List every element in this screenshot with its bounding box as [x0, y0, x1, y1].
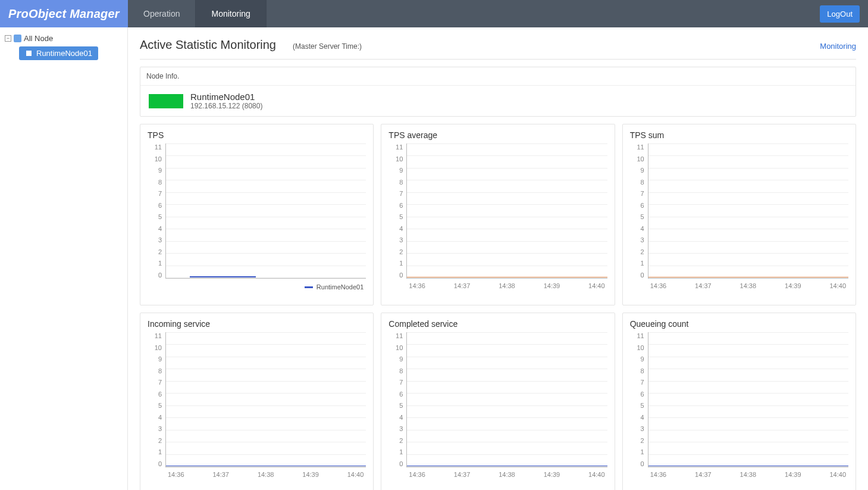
chart-area: 1110987654321014:3614:3714:3814:3914:40 [388, 332, 607, 478]
chart-panel: TPS sum1110987654321014:3614:3714:3814:3… [622, 124, 856, 305]
chart-series-line [648, 277, 848, 277]
chart-area: 11109876543210RuntimeNode01 [148, 143, 366, 289]
chart-title: TPS average [388, 130, 607, 140]
chart-series-line [407, 466, 607, 466]
node-info-header: Node Info. [140, 67, 856, 86]
chart-x-axis: 14:3614:3714:3814:3914:40 [406, 282, 607, 289]
main-content: Active Statistic Monitoring (Master Serv… [128, 27, 868, 490]
chart-series-line [166, 466, 366, 466]
chart-y-axis: 11109876543210 [388, 332, 406, 478]
chart-title: Queueing count [630, 319, 848, 329]
logout-button[interactable]: LogOut [820, 5, 860, 23]
chart-series-line [190, 276, 256, 277]
chart-title: Incoming service [148, 319, 366, 329]
top-bar: ProObject Manager Operation Monitoring L… [0, 0, 868, 27]
tree-root-label: All Node [24, 34, 53, 43]
chart-title: TPS [148, 130, 366, 140]
chart-y-axis: 11109876543210 [388, 143, 406, 289]
chart-panel: Incoming service1110987654321014:3614:37… [140, 313, 374, 490]
chart-y-axis: 11109876543210 [630, 143, 648, 289]
chart-panel: TPS11109876543210RuntimeNode01 [140, 124, 374, 305]
chart-y-axis: 11109876543210 [148, 332, 165, 478]
node-status-indicator [149, 94, 183, 108]
chart-series-line [648, 466, 848, 466]
tree-node-label: RuntimeNode01 [36, 49, 92, 58]
node-address: 192.168.15.122 (8080) [190, 102, 262, 110]
tree-root-all-node[interactable]: − All Node [4, 32, 124, 45]
node-status-icon [25, 49, 33, 57]
tab-operation[interactable]: Operation [128, 0, 196, 27]
chart-plot [165, 143, 366, 279]
chart-title: TPS sum [630, 130, 848, 140]
chart-series-line [407, 277, 607, 277]
page-title: Active Statistic Monitoring [140, 38, 276, 52]
chart-x-axis: 14:3614:3714:3814:3914:40 [165, 471, 366, 478]
node-status-icon [14, 35, 21, 42]
chart-panel: Queueing count1110987654321014:3614:3714… [622, 313, 856, 490]
chart-plot [648, 143, 848, 279]
chart-plot [165, 332, 366, 467]
tree-node-runtimenode01[interactable]: RuntimeNode01 [19, 46, 98, 60]
chart-x-axis: 14:3614:3714:3814:3914:40 [648, 282, 848, 289]
chart-area: 1110987654321014:3614:3714:3814:3914:40 [388, 143, 607, 289]
node-tree-sidebar: − All Node RuntimeNode01 [0, 27, 128, 490]
tree-collapse-icon[interactable]: − [5, 35, 11, 42]
chart-panel: Completed service1110987654321014:3614:3… [381, 313, 615, 490]
chart-plot [406, 143, 607, 279]
node-name: RuntimeNode01 [190, 92, 262, 102]
chart-x-axis: 14:3614:3714:3814:3914:40 [406, 471, 607, 478]
breadcrumb-monitoring[interactable]: Monitoring [820, 42, 856, 51]
master-server-time: (Master Server Time:) [293, 42, 362, 51]
chart-area: 1110987654321014:3614:3714:3814:3914:40 [148, 332, 366, 478]
chart-grid: TPS11109876543210RuntimeNode01TPS averag… [140, 124, 856, 490]
chart-area: 1110987654321014:3614:3714:3814:3914:40 [630, 332, 848, 478]
chart-title: Completed service [388, 319, 607, 329]
chart-legend: RuntimeNode01 [305, 283, 364, 291]
main-tabs: Operation Monitoring [128, 0, 267, 27]
chart-area: 1110987654321014:3614:3714:3814:3914:40 [630, 143, 848, 289]
node-info-panel: Node Info. RuntimeNode01 192.168.15.122 … [140, 67, 856, 117]
chart-panel: TPS average1110987654321014:3614:3714:38… [381, 124, 615, 305]
chart-plot [648, 332, 848, 467]
chart-y-axis: 11109876543210 [148, 143, 165, 289]
legend-swatch [305, 286, 313, 288]
chart-y-axis: 11109876543210 [630, 332, 648, 478]
chart-plot [406, 332, 607, 467]
legend-label: RuntimeNode01 [317, 283, 364, 291]
page-header: Active Statistic Monitoring (Master Serv… [140, 38, 856, 60]
chart-x-axis: 14:3614:3714:3814:3914:40 [648, 471, 848, 478]
brand-logo: ProObject Manager [0, 0, 128, 27]
tab-monitoring[interactable]: Monitoring [196, 0, 266, 27]
